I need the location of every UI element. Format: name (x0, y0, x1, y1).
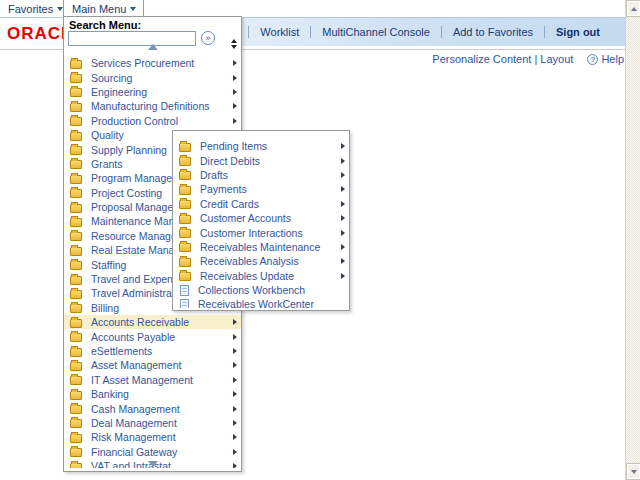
submenu-item-receivables-maintenance[interactable]: Receivables Maintenance (173, 240, 349, 254)
menu-item-label: Cash Management (91, 403, 180, 415)
menu-item-asset-management[interactable]: Asset Management (64, 358, 241, 372)
favorites-menu-button[interactable]: Favorites (0, 0, 72, 17)
menu-item-label: Banking (91, 388, 129, 400)
submenu-arrow-icon (233, 463, 237, 468)
folder-icon (70, 160, 82, 169)
vertical-scrollbar[interactable] (625, 0, 640, 480)
resize-up-icon (231, 39, 237, 43)
submenu-item-customer-interactions[interactable]: Customer Interactions (173, 225, 349, 239)
menu-item-accounts-payable[interactable]: Accounts Payable (64, 329, 241, 343)
menu-item-risk-management[interactable]: Risk Management (64, 430, 241, 444)
folder-icon (179, 200, 191, 209)
menu-item-label: Production Control (91, 115, 178, 127)
folder-icon (179, 229, 191, 238)
submenu-item-pending-items[interactable]: Pending Items (173, 139, 349, 153)
submenu-item-drafts[interactable]: Drafts (173, 168, 349, 182)
submenu-list: Pending ItemsDirect DebitsDraftsPayments… (173, 139, 349, 308)
folder-icon (70, 448, 82, 457)
submenu-item-receivables-analysis[interactable]: Receivables Analysis (173, 254, 349, 268)
submenu-arrow-icon (233, 434, 237, 440)
folder-icon (70, 218, 82, 227)
submenu-item-credit-cards[interactable]: Credit Cards (173, 197, 349, 211)
nav-link-worklist[interactable]: Worklist (248, 26, 310, 38)
personalize-separator: | (534, 53, 537, 65)
submenu-item-customer-accounts[interactable]: Customer Accounts (173, 211, 349, 225)
folder-icon (70, 232, 82, 241)
document-icon (180, 285, 189, 296)
scrollbar-up-icon (631, 7, 637, 11)
submenu-arrow-icon (341, 230, 345, 236)
submenu-item-label: Collections Workbench (198, 284, 305, 296)
menu-item-label: Accounts Payable (91, 331, 175, 343)
menu-item-label: Asset Management (91, 359, 181, 371)
submenu-item-label: Payments (200, 183, 247, 195)
submenu-item-receivables-update[interactable]: Receivables Update (173, 269, 349, 283)
menu-item-banking[interactable]: Banking (64, 387, 241, 401)
menu-item-deal-management[interactable]: Deal Management (64, 416, 241, 430)
search-menu-label: Search Menu: (69, 19, 141, 31)
menu-resize-handle[interactable] (230, 39, 237, 49)
menu-item-engineering[interactable]: Engineering (64, 85, 241, 99)
submenu-arrow-icon (233, 420, 237, 426)
menu-search-input[interactable] (68, 31, 196, 46)
menu-item-production-control[interactable]: Production Control (64, 114, 241, 128)
folder-icon (70, 247, 82, 256)
menu-scroll-down-button[interactable] (148, 461, 158, 467)
submenu-arrow-icon (233, 377, 237, 383)
menu-item-sourcing[interactable]: Sourcing (64, 70, 241, 84)
menu-item-label: Staffing (91, 259, 126, 271)
menu-item-cash-management[interactable]: Cash Management (64, 401, 241, 415)
main-menu-button[interactable]: Main Menu (63, 0, 144, 17)
submenu-item-payments[interactable]: Payments (173, 182, 349, 196)
menu-item-esettlements[interactable]: eSettlements (64, 344, 241, 358)
menu-item-label: Quality (91, 129, 124, 141)
folder-icon (179, 186, 191, 195)
folder-icon (70, 204, 82, 213)
submenu-item-receivables-workcenter[interactable]: Receivables WorkCenter (173, 297, 349, 308)
menu-item-services-procurement[interactable]: Services Procurement (64, 56, 241, 70)
folder-icon (70, 434, 82, 443)
submenu-arrow-icon (233, 348, 237, 354)
help-question-icon: ? (587, 54, 598, 65)
scrollbar-up-button[interactable] (627, 1, 640, 16)
help-link[interactable]: ? Help (587, 53, 624, 65)
nav-link-sign-out[interactable]: Sign out (544, 26, 611, 38)
submenu-item-collections-workbench[interactable]: Collections Workbench (173, 283, 349, 297)
peoplesoft-window: { "window": { "logo": "ORACLE", "tabs": … (0, 0, 640, 480)
header-nav: HomeWorklistMultiChannel ConsoleAdd to F… (197, 18, 611, 46)
submenu-arrow-icon (233, 391, 237, 397)
menu-item-accounts-receivable[interactable]: Accounts Receivable (64, 315, 241, 329)
folder-icon (70, 419, 82, 428)
menu-item-manufacturing-definitions[interactable]: Manufacturing Definitions (64, 99, 241, 113)
menu-scroll-up-button[interactable] (148, 44, 158, 50)
folder-icon (70, 146, 82, 155)
menu-item-label: Engineering (91, 86, 147, 98)
submenu-arrow-icon (233, 406, 237, 412)
menu-item-label: Grants (91, 158, 123, 170)
accounts-receivable-submenu: Pending ItemsDirect DebitsDraftsPayments… (172, 130, 350, 311)
folder-icon (179, 272, 191, 281)
nav-link-multichannel-console[interactable]: MultiChannel Console (310, 26, 441, 38)
submenu-item-direct-debits[interactable]: Direct Debits (173, 153, 349, 167)
folder-icon (179, 157, 191, 166)
submenu-arrow-icon (341, 158, 345, 164)
menu-item-it-asset-management[interactable]: IT Asset Management (64, 373, 241, 387)
folder-icon (70, 333, 82, 342)
menu-item-label: Deal Management (91, 417, 177, 429)
folder-icon (70, 362, 82, 371)
layout-link[interactable]: Layout (540, 53, 573, 65)
menu-item-label: Financial Gateway (91, 446, 177, 458)
help-label: Help (601, 53, 624, 65)
personalize-content-link[interactable]: Personalize Content (432, 53, 531, 65)
personalize-links: Personalize Content | Layout (432, 53, 573, 65)
scrollbar-down-button[interactable] (627, 464, 640, 479)
submenu-item-label: Receivables WorkCenter (198, 298, 314, 308)
menu-item-financial-gateway[interactable]: Financial Gateway (64, 445, 241, 459)
search-go-button[interactable]: » (201, 31, 215, 45)
submenu-item-label: Pending Items (200, 140, 267, 152)
submenu-item-label: Receivables Update (200, 270, 294, 282)
nav-link-add-to-favorites[interactable]: Add to Favorites (441, 26, 544, 38)
menu-item-label: Billing (91, 302, 119, 314)
folder-icon (179, 258, 191, 267)
folder-icon (70, 304, 82, 313)
